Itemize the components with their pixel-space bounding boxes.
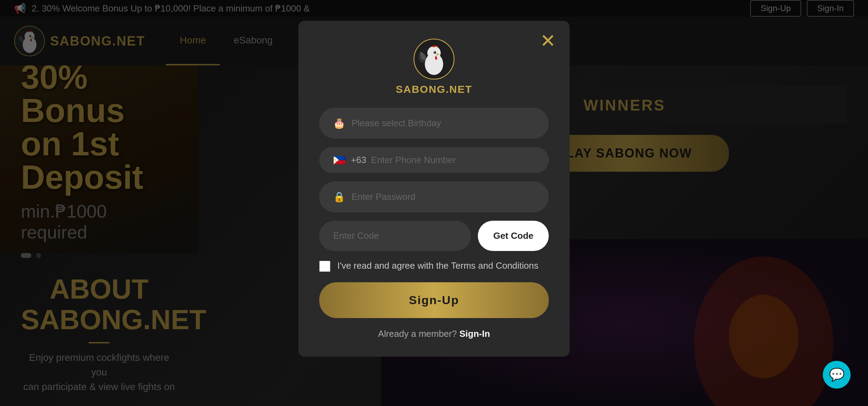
terms-label: I've read and agree with the Terms and C… — [337, 259, 538, 272]
terms-checkbox-row: I've read and agree with the Terms and C… — [319, 259, 549, 272]
modal-logo-icon — [413, 38, 455, 80]
modal-logo-text: SABONG.NET — [396, 83, 472, 95]
modal-logo: SABONG.NET — [396, 38, 472, 95]
chat-icon: 💬 — [829, 367, 845, 382]
svg-point-12 — [434, 51, 435, 52]
already-member-text: Already a member? Sign-In — [378, 328, 490, 339]
flag-philippines-icon: 🇵🇭 — [333, 154, 346, 166]
close-icon: ✕ — [540, 30, 556, 51]
password-field-container: 🔒 — [319, 181, 549, 212]
country-code: +63 — [351, 155, 366, 165]
already-member-label: Already a member? — [378, 328, 457, 339]
signin-link[interactable]: Sign-In — [459, 328, 490, 339]
birthday-input[interactable] — [352, 118, 535, 129]
code-input[interactable] — [319, 221, 471, 251]
terms-checkbox[interactable] — [319, 261, 330, 272]
chat-button[interactable]: 💬 — [823, 361, 851, 389]
signup-button[interactable]: Sign-Up — [319, 282, 549, 318]
phone-input[interactable] — [371, 155, 535, 165]
code-row: Get Code — [319, 221, 549, 251]
modal-close-button[interactable]: ✕ — [540, 31, 556, 50]
get-code-button[interactable]: Get Code — [478, 221, 549, 251]
password-input[interactable] — [352, 192, 535, 202]
signup-modal: ✕ SABONG.NET 🎂 🇵🇭 +63 🔒 — [298, 21, 570, 357]
phone-field-container: 🇵🇭 +63 — [319, 147, 549, 173]
birthday-icon: 🎂 — [333, 117, 345, 129]
birthday-field-container: 🎂 — [319, 108, 549, 139]
svg-point-11 — [434, 51, 436, 54]
lock-icon: 🔒 — [333, 191, 345, 203]
